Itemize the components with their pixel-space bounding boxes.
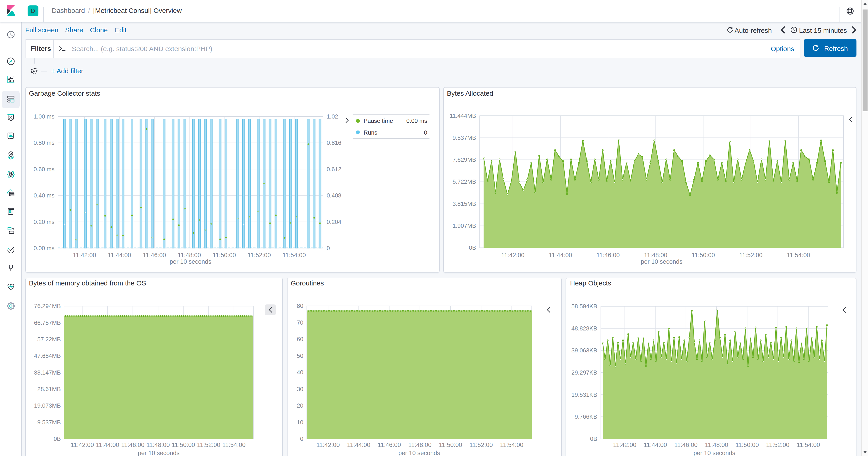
svg-text:11:50:00: 11:50:00 bbox=[213, 252, 236, 259]
svg-text:60: 60 bbox=[297, 336, 303, 342]
svg-text:0.20 ms: 0.20 ms bbox=[34, 219, 55, 225]
svg-text:0B: 0B bbox=[590, 435, 597, 442]
svg-text:20: 20 bbox=[297, 402, 303, 409]
svg-text:11:42:00: 11:42:00 bbox=[316, 441, 340, 448]
svg-text:7.629MB: 7.629MB bbox=[453, 156, 476, 163]
svg-text:1.02: 1.02 bbox=[327, 113, 338, 120]
svg-text:50: 50 bbox=[297, 352, 303, 359]
svg-text:11:46:00: 11:46:00 bbox=[596, 252, 620, 259]
svg-text:11:44:00: 11:44:00 bbox=[549, 252, 572, 259]
svg-text:40: 40 bbox=[297, 369, 303, 376]
svg-text:11:50:00: 11:50:00 bbox=[172, 441, 195, 448]
svg-text:11:48:00: 11:48:00 bbox=[644, 252, 667, 259]
svg-text:11:48:00: 11:48:00 bbox=[408, 441, 432, 448]
svg-text:11:46:00: 11:46:00 bbox=[121, 441, 145, 448]
svg-text:58.594KB: 58.594KB bbox=[571, 303, 597, 310]
svg-text:11:48:00: 11:48:00 bbox=[178, 252, 201, 259]
svg-text:0.80 ms: 0.80 ms bbox=[34, 139, 55, 146]
svg-text:per 10 seconds: per 10 seconds bbox=[138, 450, 180, 456]
svg-text:11:42:00: 11:42:00 bbox=[73, 252, 96, 259]
svg-text:0B: 0B bbox=[469, 244, 476, 251]
svg-text:11:48:00: 11:48:00 bbox=[705, 441, 728, 448]
svg-text:28.61MB: 28.61MB bbox=[37, 386, 61, 393]
svg-text:0.00 ms: 0.00 ms bbox=[34, 245, 55, 252]
svg-text:0.60 ms: 0.60 ms bbox=[34, 166, 55, 173]
svg-text:1.907MB: 1.907MB bbox=[453, 222, 476, 229]
svg-text:11:46:00: 11:46:00 bbox=[378, 441, 401, 448]
svg-text:48.828KB: 48.828KB bbox=[571, 325, 597, 332]
svg-text:30: 30 bbox=[297, 386, 303, 393]
svg-text:11:48:00: 11:48:00 bbox=[147, 441, 170, 448]
svg-text:per 10 seconds: per 10 seconds bbox=[693, 450, 735, 456]
svg-text:11:54:00: 11:54:00 bbox=[797, 441, 820, 448]
svg-text:38.147MB: 38.147MB bbox=[34, 369, 61, 376]
svg-text:0.816: 0.816 bbox=[327, 139, 341, 146]
svg-text:76.294MB: 76.294MB bbox=[34, 303, 61, 309]
svg-text:11.444MB: 11.444MB bbox=[450, 112, 476, 119]
svg-text:Pause time: Pause time bbox=[364, 117, 393, 124]
svg-text:70: 70 bbox=[297, 319, 303, 326]
svg-text:9.537MB: 9.537MB bbox=[453, 134, 476, 141]
svg-text:per 10 seconds: per 10 seconds bbox=[641, 258, 683, 265]
svg-text:0: 0 bbox=[327, 245, 330, 252]
svg-text:0.00 ms: 0.00 ms bbox=[406, 117, 428, 124]
svg-text:80: 80 bbox=[297, 303, 303, 309]
svg-text:11:42:00: 11:42:00 bbox=[613, 441, 636, 448]
svg-text:9.537MB: 9.537MB bbox=[37, 419, 61, 426]
svg-text:11:50:00: 11:50:00 bbox=[736, 441, 759, 448]
svg-text:11:50:00: 11:50:00 bbox=[692, 252, 715, 259]
svg-text:0.408: 0.408 bbox=[327, 192, 341, 199]
svg-text:11:42:00: 11:42:00 bbox=[501, 252, 524, 259]
svg-text:11:52:00: 11:52:00 bbox=[766, 441, 789, 448]
svg-text:39.063KB: 39.063KB bbox=[571, 347, 597, 354]
svg-text:11:52:00: 11:52:00 bbox=[739, 252, 763, 259]
svg-text:11:44:00: 11:44:00 bbox=[108, 252, 131, 259]
svg-text:11:44:00: 11:44:00 bbox=[96, 441, 119, 448]
svg-text:0.204: 0.204 bbox=[327, 219, 341, 225]
svg-text:11:42:00: 11:42:00 bbox=[70, 441, 94, 448]
svg-text:5.722MB: 5.722MB bbox=[453, 178, 476, 185]
svg-text:9.766KB: 9.766KB bbox=[575, 413, 597, 420]
svg-text:10: 10 bbox=[297, 419, 303, 426]
svg-text:0: 0 bbox=[300, 435, 303, 442]
svg-text:0.612: 0.612 bbox=[327, 166, 341, 173]
svg-text:11:54:00: 11:54:00 bbox=[222, 441, 246, 448]
svg-text:per 10 seconds: per 10 seconds bbox=[398, 450, 440, 456]
svg-text:66.757MB: 66.757MB bbox=[34, 319, 61, 326]
svg-text:0: 0 bbox=[424, 129, 427, 136]
svg-text:11:52:00: 11:52:00 bbox=[197, 441, 220, 448]
svg-text:Runs: Runs bbox=[364, 129, 377, 136]
svg-text:11:50:00: 11:50:00 bbox=[439, 441, 462, 448]
svg-text:57.22MB: 57.22MB bbox=[37, 336, 61, 343]
svg-text:19.073MB: 19.073MB bbox=[34, 402, 61, 409]
svg-text:19.531KB: 19.531KB bbox=[571, 391, 597, 398]
svg-text:11:54:00: 11:54:00 bbox=[787, 252, 810, 259]
svg-text:11:44:00: 11:44:00 bbox=[347, 441, 370, 448]
svg-text:1.00 ms: 1.00 ms bbox=[34, 113, 55, 120]
svg-text:29.297KB: 29.297KB bbox=[571, 369, 597, 376]
svg-text:11:52:00: 11:52:00 bbox=[469, 441, 493, 448]
svg-text:47.684MB: 47.684MB bbox=[34, 352, 61, 359]
svg-text:11:44:00: 11:44:00 bbox=[644, 441, 667, 448]
svg-text:3.815MB: 3.815MB bbox=[453, 200, 476, 207]
svg-text:11:54:00: 11:54:00 bbox=[283, 252, 306, 259]
svg-text:0B: 0B bbox=[54, 435, 61, 442]
svg-text:0.40 ms: 0.40 ms bbox=[34, 192, 55, 199]
svg-text:per 10 seconds: per 10 seconds bbox=[169, 258, 211, 265]
svg-text:11:54:00: 11:54:00 bbox=[500, 441, 523, 448]
svg-text:11:46:00: 11:46:00 bbox=[143, 252, 166, 259]
svg-text:11:52:00: 11:52:00 bbox=[248, 252, 271, 259]
svg-text:11:46:00: 11:46:00 bbox=[674, 441, 698, 448]
